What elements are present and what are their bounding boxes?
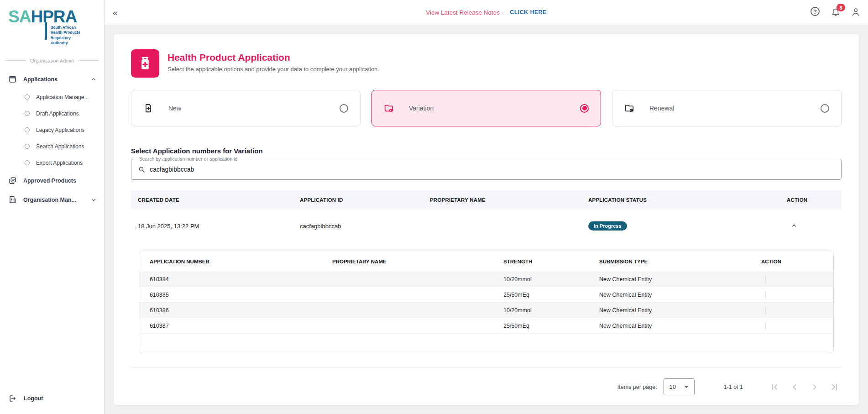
sidebar-item-approved-products[interactable]: Approved Products <box>0 171 104 190</box>
sidebar-item-application-management[interactable]: Application Manage... <box>0 89 104 105</box>
column-header: PROPRIETARY NAME <box>332 259 503 264</box>
help-button[interactable]: ? <box>810 7 821 18</box>
application-number-cell: 610386 <box>150 307 332 314</box>
radio-icon <box>25 127 30 132</box>
logo-tagline-line: Regulatory Authority <box>51 36 87 46</box>
logout-icon <box>8 394 16 403</box>
strength-cell: 10/20mmol <box>503 307 599 314</box>
items-per-page-select[interactable]: 10 <box>664 378 695 395</box>
items-per-page-value: 10 <box>669 383 676 390</box>
last-page-button[interactable] <box>830 382 840 392</box>
logo-tagline-line: Health Products <box>51 30 87 35</box>
application-number-cell: 610384 <box>150 276 332 283</box>
row-select-checkbox[interactable] <box>765 276 766 283</box>
row-select-checkbox[interactable] <box>765 307 766 314</box>
next-page-button[interactable] <box>810 382 820 392</box>
radio-new[interactable] <box>340 104 348 113</box>
application-card: Health Product Application Select the ap… <box>114 34 859 405</box>
sidebar-item-label: Organisation Man... <box>23 197 90 203</box>
sidebar-subitem-label: Draft Applications <box>36 110 78 117</box>
search-input[interactable] <box>150 166 835 173</box>
logo-hpra: HPRA <box>31 7 77 26</box>
help-icon: ? <box>810 7 820 16</box>
radio-icon <box>25 111 30 116</box>
section-label-text: Organisation Admin <box>30 58 74 63</box>
sidebar-item-draft-applications[interactable]: Draft Applications <box>0 105 104 122</box>
main-column: « View Latest Release Notes - CLICK HERE… <box>105 0 868 414</box>
person-icon <box>851 7 861 17</box>
organisation-icon <box>8 195 17 204</box>
table-row: 610387 25/50mEq New Chemical Entity <box>139 318 833 334</box>
option-label: New <box>168 105 181 112</box>
sidebar-item-export-applications[interactable]: Export Applications <box>0 155 104 171</box>
logout-label: Logout <box>24 395 43 402</box>
sidebar-item-legacy-applications[interactable]: Legacy Applications <box>0 122 104 138</box>
submission-type-cell: New Chemical Entity <box>599 323 761 329</box>
paginator: Items per page: 10 1-1 of 1 <box>131 367 842 395</box>
page-subtitle: Select the applicable options and provid… <box>167 66 379 73</box>
first-page-button[interactable] <box>769 382 779 392</box>
logo-tagline-line: South African <box>51 25 87 30</box>
application-number-cell: 610385 <box>150 292 332 298</box>
notifications-button[interactable]: 8 <box>831 7 842 18</box>
option-card-variation[interactable]: Variation <box>371 90 601 126</box>
collapse-row-chevron-icon[interactable] <box>790 222 798 229</box>
strength-cell: 10/20mmol <box>503 276 599 283</box>
release-notes-text: View Latest Release Notes - <box>426 9 503 16</box>
row-select-checkbox[interactable] <box>765 322 766 330</box>
next-page-icon <box>810 382 820 392</box>
sidebar-collapse-button[interactable]: « <box>113 8 118 17</box>
column-header: SUBMISSION TYPE <box>599 259 761 264</box>
logout-button[interactable]: Logout <box>0 389 104 408</box>
notification-badge: 8 <box>837 4 845 11</box>
radio-icon <box>25 94 30 100</box>
submission-type-cell: New Chemical Entity <box>599 292 761 298</box>
radio-renewal[interactable] <box>821 104 829 113</box>
topbar-icons: ? 8 <box>810 7 862 18</box>
radio-variation[interactable] <box>580 104 589 113</box>
logo-sa: SA <box>8 7 31 26</box>
table-row: 610386 10/20mmol New Chemical Entity <box>139 303 833 318</box>
search-icon <box>138 166 146 173</box>
section-label-organisation-admin: Organisation Admin <box>5 58 99 63</box>
chevron-up-icon <box>90 76 97 83</box>
option-label: Renewal <box>649 105 674 112</box>
applications-icon <box>8 75 17 84</box>
created-date-cell: 18 Jun 2025, 13:22 PM <box>138 223 300 230</box>
applications-table: CREATED DATE APPLICATION ID PROPRIETARY … <box>131 190 842 242</box>
profile-button[interactable] <box>851 7 862 18</box>
radio-icon <box>25 160 30 165</box>
column-header: PROPRIETARY NAME <box>430 197 588 203</box>
sidebar-item-applications[interactable]: Applications <box>0 70 104 89</box>
sidebar-item-label: Approved Products <box>23 178 97 184</box>
column-header: APPLICATION STATUS <box>588 197 787 203</box>
page-range-label: 1-1 of 1 <box>724 384 743 390</box>
paginator-nav <box>769 382 840 392</box>
sidebar-subitem-label: Export Applications <box>36 160 83 166</box>
option-card-new[interactable]: New <box>131 90 361 126</box>
release-notes-link[interactable]: CLICK HERE <box>510 9 546 16</box>
sidebar-item-organisation-management[interactable]: Organisation Man... <box>0 190 104 210</box>
strength-cell: 25/50mEq <box>503 323 599 329</box>
sidebar-subitem-label: Legacy Applications <box>36 127 84 133</box>
app-root: SAHPRA South African Health Products Reg… <box>0 0 868 414</box>
column-header: CREATED DATE <box>138 197 300 203</box>
approved-products-icon <box>8 176 17 185</box>
row-select-checkbox[interactable] <box>765 291 766 299</box>
sidebar-item-label: Applications <box>23 76 90 83</box>
option-card-renewal[interactable]: Renewal <box>612 90 842 126</box>
application-type-options: New Variation Renewal <box>131 90 842 126</box>
sidebar-item-search-applications[interactable]: Search Applications <box>0 138 104 155</box>
previous-page-button[interactable] <box>790 382 800 392</box>
column-header: APPLICATION ID <box>300 197 430 203</box>
variation-folder-icon <box>384 103 394 113</box>
radio-icon <box>25 144 30 149</box>
column-header: STRENGTH <box>503 259 599 264</box>
items-per-page-label: Items per page: <box>617 384 657 390</box>
table-row: 610385 25/50mEq New Chemical Entity <box>139 287 833 303</box>
strength-cell: 25/50mEq <box>503 292 599 298</box>
sidebar: SAHPRA South African Health Products Reg… <box>0 0 105 414</box>
application-search-field: Search by application number or applicat… <box>131 159 842 180</box>
new-document-icon <box>143 103 153 113</box>
renewal-folder-icon <box>624 103 634 113</box>
